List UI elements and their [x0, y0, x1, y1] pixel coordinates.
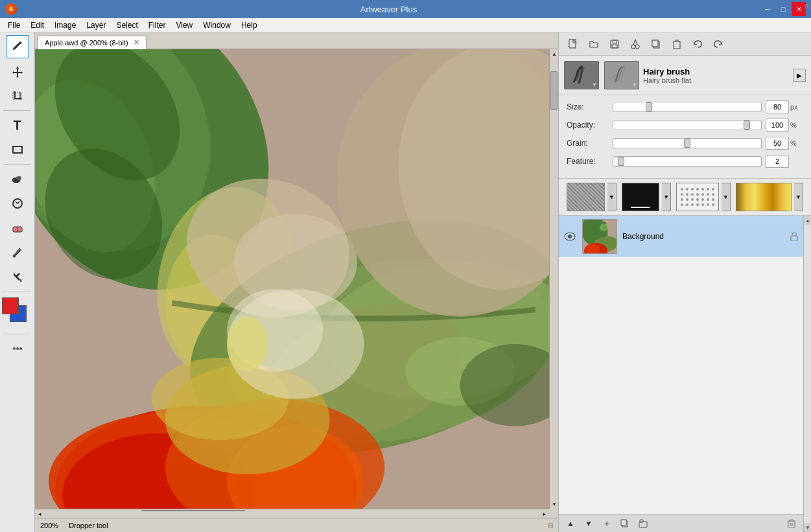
texture-black-dropdown[interactable]: ▼ [662, 183, 671, 211]
tool-text[interactable]: T [6, 113, 29, 137]
svg-point-46 [631, 45, 635, 49]
size-slider-track[interactable] [613, 102, 762, 112]
brush-more-button[interactable]: ▶ [793, 69, 806, 82]
layer-duplicate-button[interactable] [617, 517, 633, 530]
tool-extras[interactable] [6, 337, 29, 360]
texture-gold-dropdown[interactable]: ▼ [794, 183, 803, 211]
panel-copy-button[interactable] [647, 36, 665, 52]
size-slider-thumb[interactable] [646, 102, 652, 111]
canvas-wrapper[interactable]: ▲ ▼ ◄ ► [35, 49, 558, 518]
menu-select[interactable]: Select [111, 19, 143, 31]
opacity-value[interactable]: 100 [766, 119, 789, 132]
feature-slider-track[interactable] [613, 156, 762, 167]
panel-open-button[interactable] [585, 36, 603, 52]
feature-value[interactable]: 2 [766, 155, 789, 168]
layer-visibility-icon[interactable] [563, 229, 577, 244]
grain-value[interactable]: 50 [766, 137, 789, 150]
layer-new-button[interactable]: + [599, 517, 615, 530]
svg-point-65 [681, 198, 683, 201]
statusbar-info-icon[interactable]: ⊟ [548, 522, 553, 529]
brush-name-area: Hairy brush Hairy brush flat [643, 67, 789, 84]
titlebar: A Artweaver Plus ─ □ ✕ [0, 0, 811, 18]
layers-scroll-up-arrow[interactable]: ▲ [804, 216, 811, 225]
svg-point-60 [691, 193, 694, 196]
svg-point-66 [686, 198, 688, 201]
scroll-thumb-vertical[interactable] [550, 71, 558, 110]
texture-black[interactable] [622, 183, 660, 211]
tool-smudge[interactable] [6, 167, 29, 191]
layer-move-up-button[interactable]: ▲ [563, 517, 578, 530]
texture-dots-dropdown[interactable]: ▼ [722, 183, 731, 211]
active-tool-label: Dropper tool [69, 522, 537, 529]
svg-point-56 [707, 188, 709, 191]
tool-dropper[interactable] [6, 241, 29, 264]
tool-blur[interactable] [6, 192, 29, 215]
scroll-up-arrow[interactable]: ▲ [550, 49, 558, 58]
panel-cut-button[interactable] [626, 36, 644, 52]
svg-point-11 [13, 347, 16, 350]
brush-dropdown-arrow[interactable]: ▼ [592, 82, 597, 87]
scroll-thumb-horizontal[interactable] [141, 510, 245, 511]
size-unit: px [790, 103, 803, 111]
scroll-down-arrow[interactable]: ▼ [550, 500, 558, 509]
svg-point-55 [701, 188, 704, 191]
svg-point-47 [635, 45, 639, 49]
maximize-button[interactable]: □ [776, 2, 790, 16]
svg-point-71 [712, 198, 714, 201]
tool-crop[interactable] [6, 84, 29, 108]
scroll-right-arrow[interactable]: ► [540, 509, 549, 518]
brush-preview-primary[interactable]: ▼ [564, 61, 599, 89]
menu-filter[interactable]: Filter [143, 19, 171, 31]
canvas-scroll-vertical[interactable]: ▲ ▼ [549, 49, 558, 509]
menu-edit[interactable]: Edit [25, 19, 49, 31]
feature-slider-thumb[interactable] [618, 157, 624, 166]
app-title: Artweaver Plus [17, 5, 760, 14]
menu-help[interactable]: Help [236, 19, 263, 31]
panel-new-button[interactable] [564, 36, 582, 52]
canvas-tab-apple[interactable]: Apple.awd @ 200% (8-bit) ✕ [38, 36, 147, 49]
menu-window[interactable]: Window [198, 19, 236, 31]
texture-gray[interactable] [567, 183, 605, 211]
opacity-slider-thumb[interactable] [744, 121, 750, 130]
foreground-color-swatch[interactable] [2, 297, 19, 314]
grain-slider-track[interactable] [613, 138, 762, 148]
zoom-level: 200% [40, 522, 58, 529]
layer-lock-icon[interactable] [789, 231, 799, 242]
brush-preview-secondary[interactable]: ▼ [604, 61, 639, 89]
tool-move[interactable] [6, 60, 29, 83]
layer-delete-button[interactable] [784, 517, 799, 530]
panel-redo-button[interactable] [709, 36, 727, 52]
scroll-left-arrow[interactable]: ◄ [35, 509, 44, 518]
texture-gold[interactable] [736, 183, 792, 211]
layer-row-background[interactable]: Background [559, 216, 803, 257]
texture-gray-dropdown[interactable]: ▼ [607, 183, 617, 211]
svg-point-51 [681, 188, 683, 191]
grain-unit: % [790, 139, 803, 147]
layers-scrollbar[interactable]: ▲ ▼ [803, 216, 811, 532]
panel-paste-button[interactable] [668, 36, 686, 52]
menu-file[interactable]: File [3, 19, 25, 31]
close-button[interactable]: ✕ [792, 2, 806, 16]
tool-eraser[interactable] [6, 216, 29, 240]
panel-save-button[interactable] [605, 36, 624, 52]
layers-scroll-down-arrow[interactable]: ▼ [804, 523, 811, 532]
brush2-dropdown-arrow[interactable]: ▼ [632, 82, 637, 87]
tool-rectangle[interactable] [6, 138, 29, 161]
minimize-button[interactable]: ─ [760, 2, 775, 16]
menu-view[interactable]: View [170, 19, 198, 31]
panel-undo-button[interactable] [688, 36, 707, 52]
tab-close-button[interactable]: ✕ [134, 38, 139, 47]
opacity-slider-track[interactable] [613, 120, 762, 130]
size-value[interactable]: 80 [766, 100, 789, 113]
layers-scroll[interactable]: Background [559, 216, 803, 514]
tool-brush[interactable] [6, 35, 29, 58]
layer-move-down-button[interactable]: ▼ [581, 517, 596, 530]
layer-group-button[interactable] [635, 517, 651, 530]
tool-fill[interactable] [6, 266, 29, 289]
canvas-tabs: Apple.awd @ 200% (8-bit) ✕ ⊞ [35, 32, 558, 49]
canvas-scroll-horizontal[interactable]: ◄ ► [35, 509, 549, 518]
grain-slider-thumb[interactable] [684, 139, 690, 148]
texture-dots[interactable] [676, 183, 719, 211]
menu-image[interactable]: Image [49, 19, 81, 31]
menu-layer[interactable]: Layer [81, 19, 111, 31]
